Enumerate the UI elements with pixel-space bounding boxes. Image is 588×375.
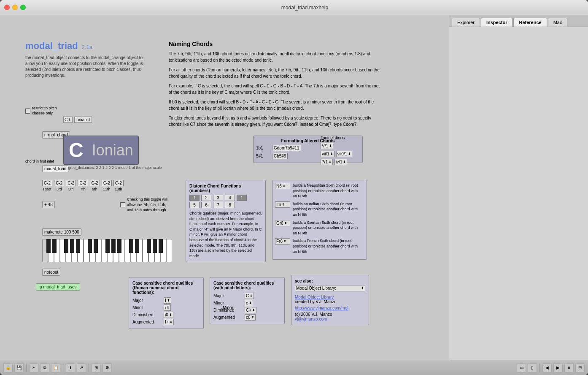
case-pitch-aug-select[interactable]: c0⬍ — [245, 314, 256, 321]
patch-area[interactable]: modal_triad 2.1a the modal_triad object … — [0, 15, 449, 360]
piano-key-21[interactable] — [160, 239, 166, 262]
piano-key-13[interactable] — [113, 239, 119, 262]
gr6-select[interactable]: Gr6⬍ — [275, 220, 290, 226]
n6-select[interactable]: N6⬍ — [275, 183, 290, 189]
send-icon[interactable]: ↗ — [77, 363, 86, 372]
grid-icon[interactable]: ⊞ — [92, 363, 101, 372]
piano-key-1[interactable] — [42, 239, 48, 262]
minimize-button[interactable] — [12, 5, 18, 10]
tonic-col: Tonicizations V/1⬍ vii/1⬍ vii0/1⬍ 7/1⬍ i… — [321, 136, 352, 165]
piano-key-17[interactable] — [137, 239, 143, 262]
nav-next[interactable]: ▶ — [553, 363, 563, 372]
case-roman-dim: Diminished i0⬍ — [132, 312, 200, 318]
diatonic-num-2[interactable]: 2 — [201, 195, 211, 201]
cut-icon[interactable]: ✂ — [29, 363, 38, 372]
case-roman-aug: Augmented I+⬍ — [132, 319, 200, 325]
doc-para4: If b0 is selected, the chord will spell … — [169, 99, 384, 111]
diatonic-num-8[interactable]: 8 — [225, 202, 235, 208]
case-roman-aug-select[interactable]: I+⬍ — [164, 319, 174, 325]
window-icon-1[interactable]: ▭ — [517, 363, 526, 372]
case-pitch-major-select[interactable]: C⬍ — [245, 293, 254, 299]
zoom-button[interactable] — [20, 5, 26, 10]
case-roman-dim-select[interactable]: i0⬍ — [164, 312, 173, 318]
tab-inspector[interactable]: Inspector — [481, 18, 513, 27]
root-select[interactable]: C⬍ — [63, 117, 73, 123]
window-icon-2[interactable]: ▯ — [528, 363, 537, 372]
case-pitch-dim-select[interactable]: C+⬍ — [245, 307, 256, 313]
case-roman-minor-select[interactable]: i⬍ — [164, 304, 171, 311]
tonic-select-2[interactable]: vii/1⬍ — [321, 151, 334, 157]
paste-icon[interactable]: 📋 — [51, 363, 60, 372]
lib-url[interactable]: http://www.vjmanzo.com/mol — [295, 306, 365, 310]
note-col-4: C-2 7th — [78, 180, 88, 191]
restrict-checkbox[interactable] — [25, 109, 30, 114]
tonic-select-1[interactable]: V/1⬍ — [321, 143, 333, 149]
scale-selectors: C⬍ ionian⬍ — [63, 117, 92, 123]
piano-key-20[interactable] — [154, 239, 160, 262]
case-pitch-major-label: Major — [213, 293, 243, 298]
case-pitch-minor-select[interactable]: c⬍ — [245, 300, 253, 306]
diatonic-num-4[interactable]: 4 — [225, 195, 235, 201]
diatonic-num-3[interactable]: 3 — [213, 195, 223, 201]
piano-key-12[interactable] — [107, 239, 113, 262]
titlebar: modal_triad.maxhelp — [0, 0, 588, 15]
diatonic-num-7[interactable]: 7 — [213, 202, 223, 208]
diatonic-num-6[interactable]: 6 — [201, 202, 211, 208]
grid-icon-2[interactable]: ⊟ — [575, 363, 585, 372]
modal-version: 2.1a — [82, 44, 92, 50]
piano-key-10[interactable] — [95, 239, 101, 262]
diatonic-num-5[interactable]: 5 — [189, 202, 200, 208]
settings-icon[interactable]: ⚙ — [102, 363, 112, 372]
piano-key-3[interactable] — [54, 239, 60, 262]
piano-key-11[interactable] — [101, 239, 107, 262]
tab-reference[interactable]: Reference — [513, 18, 547, 27]
piano-key-2[interactable] — [48, 239, 54, 262]
note-val-1: C-2 — [42, 180, 52, 186]
toolbar-sep-3 — [89, 364, 89, 372]
doc-para2: For all other chords (Roman numerals, le… — [169, 67, 384, 79]
lock-icon[interactable]: 🔒 — [3, 363, 13, 372]
close-button[interactable] — [4, 5, 10, 10]
piano-key-22[interactable] — [166, 239, 172, 262]
note-label-4: 7th — [78, 187, 88, 191]
tonic-select-4[interactable]: 7/1⬍ — [321, 159, 333, 165]
piano-key-4[interactable] — [60, 239, 66, 262]
nav-prev[interactable]: ◀ — [542, 363, 552, 372]
toolbar-sep-1 — [26, 364, 27, 372]
piano-key-6[interactable] — [72, 239, 78, 262]
tonic-select-5[interactable]: iv/1⬍ — [334, 159, 348, 165]
piano-key-15[interactable] — [125, 239, 131, 262]
see-also-area: see also: Modal Object Library: ⬍ Modal … — [291, 275, 369, 325]
see-also-select[interactable]: Modal Object Library: ⬍ — [295, 285, 365, 291]
info-icon[interactable]: ℹ — [66, 363, 75, 372]
diatonic-num-1[interactable]: 1 — [189, 195, 200, 201]
diatonic-active[interactable]: 1 — [237, 195, 247, 201]
list-icon[interactable]: ≡ — [564, 363, 574, 372]
piano-key-8[interactable] — [84, 239, 89, 262]
tab-max[interactable]: Max — [548, 18, 568, 27]
piano-key-18[interactable] — [143, 239, 148, 262]
lib-email[interactable]: vj@vjmanzo.com — [295, 317, 365, 321]
it6-select[interactable]: It6⬍ — [275, 201, 290, 208]
piano-key-14[interactable] — [119, 239, 125, 262]
fr6-select[interactable]: Fr6⬍ — [275, 238, 290, 245]
modal-title-area: modal_triad 2.1a — [25, 41, 143, 52]
restrict-label: restrict to pitch classes only — [32, 106, 66, 116]
save-icon[interactable]: 💾 — [14, 363, 24, 372]
noteout-box: noteout — [42, 269, 60, 276]
case-roman-minor: Minor i⬍ — [132, 304, 200, 311]
copy-icon[interactable]: ⧉ — [40, 363, 49, 372]
lib-name[interactable]: Modal Object Library — [295, 295, 365, 299]
tab-explorer[interactable]: Explorer — [452, 18, 480, 27]
piano-key-19[interactable] — [148, 239, 154, 262]
piano-key-16[interactable] — [131, 239, 137, 262]
case-roman-major-select[interactable]: I⬍ — [164, 297, 171, 304]
notes-toggle[interactable] — [120, 202, 125, 207]
tonic-select-3[interactable]: vii0/1⬍ — [336, 151, 352, 157]
piano-key-7[interactable] — [78, 239, 84, 262]
piano-key-9[interactable] — [89, 239, 95, 262]
diatonic-desc: Chords qualities (major, minor, augmente… — [189, 211, 262, 258]
format-label-2: 5#1 — [256, 154, 269, 158]
piano-key-5[interactable] — [66, 239, 72, 262]
mode-select[interactable]: ionian⬍ — [74, 117, 92, 123]
